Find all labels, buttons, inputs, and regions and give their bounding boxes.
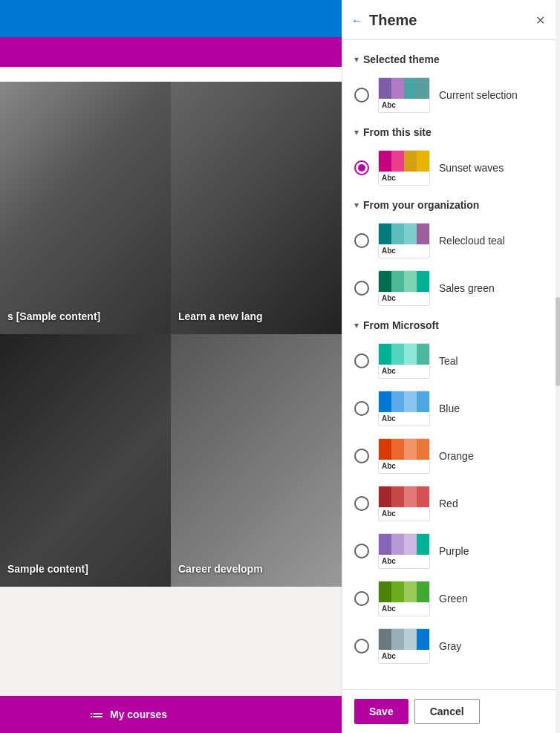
swatch-abc-orange: Abc	[382, 462, 396, 470]
label-sales-green: Sales green	[439, 282, 495, 294]
theme-option-relecloud-teal[interactable]: Abc Relecloud teal	[342, 217, 560, 264]
scrollbar-thumb[interactable]	[556, 297, 560, 386]
swatch-relecloud-teal: Abc	[378, 223, 430, 258]
image-grid: s [Sample content] Learn a new lang Samp…	[0, 82, 342, 587]
my-courses-icon: ≔	[89, 706, 104, 723]
theme-option-teal[interactable]: Abc Teal	[342, 337, 560, 385]
image-cell-handshake: s [Sample content]	[0, 82, 171, 334]
image-cell-teamwork: Career developm	[171, 334, 342, 587]
swatch-teal: Abc	[378, 343, 430, 379]
from-microsoft-title: From Microsoft	[363, 319, 439, 331]
cell2-label: Learn a new lang	[178, 310, 263, 322]
chevron-down-icon-4: ▾	[354, 320, 359, 330]
radio-blue[interactable]	[354, 401, 369, 416]
swatch-red: Abc	[378, 486, 430, 521]
radio-green[interactable]	[354, 591, 369, 606]
image-cell-woman: Sample content]	[0, 334, 171, 587]
radio-sales-green[interactable]	[354, 281, 369, 296]
label-red: Red	[439, 498, 458, 509]
label-orange: Orange	[439, 450, 474, 462]
bottom-bar: ≔ My courses	[0, 696, 342, 733]
white-strip	[0, 67, 342, 82]
label-relecloud-teal: Relecloud teal	[439, 235, 505, 247]
swatch-abc-sales-green: Abc	[382, 294, 396, 302]
swatch-orange: Abc	[378, 438, 430, 474]
chevron-down-icon-2: ▾	[354, 127, 359, 137]
radio-purple[interactable]	[354, 544, 369, 558]
panel-title: Theme	[369, 12, 417, 29]
theme-option-orange[interactable]: Abc Orange	[342, 432, 560, 480]
swatch-abc-green: Abc	[382, 605, 396, 613]
swatch-gray: Abc	[378, 628, 430, 664]
selected-theme-title: Selected theme	[363, 53, 440, 65]
radio-relecloud-teal[interactable]	[354, 233, 369, 248]
header-left: ← Theme	[351, 12, 417, 29]
label-teal: Teal	[439, 355, 458, 367]
chevron-down-icon-3: ▾	[354, 200, 359, 210]
from-this-site-section-header[interactable]: ▾ From this site	[342, 119, 560, 144]
theme-panel-header: ← Theme ✕	[342, 0, 560, 40]
cell4-label: Career developm	[178, 563, 263, 575]
radio-gray[interactable]	[354, 639, 369, 654]
image-cell-meeting: Learn a new lang	[171, 82, 342, 334]
swatch-current: Abc	[378, 77, 430, 113]
theme-option-gray[interactable]: Abc Gray	[342, 622, 560, 670]
label-purple: Purple	[439, 545, 469, 557]
swatch-abc-current: Abc	[382, 101, 396, 109]
cancel-button[interactable]: Cancel	[414, 699, 480, 724]
swatch-sales-green: Abc	[378, 270, 430, 306]
radio-teal[interactable]	[354, 354, 369, 368]
radio-red[interactable]	[354, 496, 369, 511]
swatch-purple: Abc	[378, 533, 430, 569]
theme-footer: Save Cancel	[342, 689, 560, 733]
top-bar	[0, 0, 342, 37]
swatch-abc-purple: Abc	[382, 557, 396, 565]
swatch-green: Abc	[378, 581, 430, 616]
main-content: s [Sample content] Learn a new lang Samp…	[0, 0, 342, 733]
chevron-down-icon: ▾	[354, 54, 359, 65]
theme-option-sunset-waves[interactable]: Abc Sunset waves	[342, 144, 560, 192]
theme-panel: ← Theme ✕ ▾ Selected theme Abc	[342, 0, 560, 733]
from-your-org-title: From your organization	[363, 199, 479, 211]
theme-body: ▾ Selected theme Abc Current selection ▾	[342, 40, 560, 689]
label-green: Green	[439, 593, 468, 605]
radio-orange[interactable]	[354, 449, 369, 463]
swatch-abc-blue: Abc	[382, 414, 396, 423]
close-button[interactable]: ✕	[533, 10, 548, 30]
label-sunset-waves: Sunset waves	[439, 162, 504, 174]
from-this-site-title: From this site	[363, 126, 432, 138]
theme-option-blue[interactable]: Abc Blue	[342, 385, 560, 432]
scrollbar-track	[556, 0, 560, 733]
swatch-blue: Abc	[378, 391, 430, 426]
theme-option-green[interactable]: Abc Green	[342, 575, 560, 622]
swatch-sunset-waves: Abc	[378, 150, 430, 186]
theme-option-sales-green[interactable]: Abc Sales green	[342, 264, 560, 312]
cell1-label: s [Sample content]	[7, 310, 100, 322]
swatch-abc-relecloud: Abc	[382, 247, 396, 255]
cell3-label: Sample content]	[7, 563, 88, 575]
sub-bar	[0, 37, 342, 67]
label-blue: Blue	[439, 403, 460, 414]
back-button[interactable]: ←	[351, 14, 363, 27]
swatch-abc-sunset: Abc	[382, 174, 396, 182]
theme-option-red[interactable]: Abc Red	[342, 480, 560, 527]
save-button[interactable]: Save	[354, 699, 408, 724]
radio-current[interactable]	[354, 88, 369, 102]
theme-option-purple[interactable]: Abc Purple	[342, 527, 560, 575]
swatch-abc-red: Abc	[382, 509, 396, 518]
theme-option-current[interactable]: Abc Current selection	[342, 71, 560, 119]
from-microsoft-section-header[interactable]: ▾ From Microsoft	[342, 312, 560, 337]
from-your-org-section-header[interactable]: ▾ From your organization	[342, 192, 560, 217]
swatch-abc-teal: Abc	[382, 367, 396, 375]
label-current: Current selection	[439, 89, 518, 101]
swatch-abc-gray: Abc	[382, 652, 396, 660]
label-gray: Gray	[439, 640, 461, 652]
selected-theme-section-header[interactable]: ▾ Selected theme	[342, 46, 560, 71]
my-courses-label: My courses	[110, 708, 167, 720]
radio-sunset-waves[interactable]	[354, 160, 369, 175]
